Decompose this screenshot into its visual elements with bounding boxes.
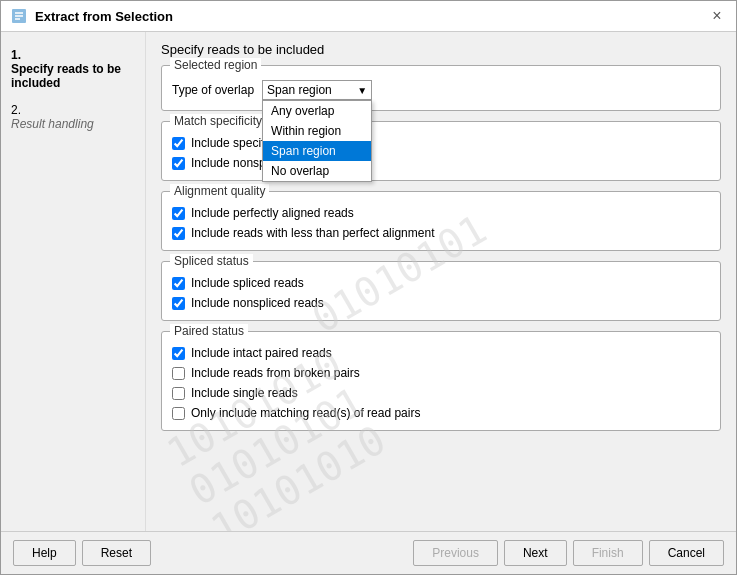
less-perfect-checkbox[interactable] [172,227,185,240]
step1-number: 1. [11,48,21,62]
footer: Help Reset Previous Next Finish Cancel [1,531,736,574]
main-window: Extract from Selection × 1. Specify read… [0,0,737,575]
dropdown-any-overlap[interactable]: Any overlap [263,101,371,121]
cancel-button[interactable]: Cancel [649,540,724,566]
spliced-status-group: Spliced status Include spliced reads Inc… [161,261,721,321]
step2-number: 2. [11,103,21,117]
title-bar: Extract from Selection × [1,1,736,32]
window-title: Extract from Selection [35,9,173,24]
spliced-status-title: Spliced status [170,254,253,268]
spliced-reads-row: Include spliced reads [172,276,710,290]
nonspliced-reads-row: Include nonspliced reads [172,296,710,310]
nonspliced-reads-label: Include nonspliced reads [191,296,324,310]
broken-pairs-row: Include reads from broken pairs [172,366,710,380]
window-icon [11,8,27,24]
include-specific-row: Include specific matches [172,136,710,150]
perfectly-aligned-row: Include perfectly aligned reads [172,206,710,220]
dropdown-span-region[interactable]: Span region [263,141,371,161]
match-specificity-group: Match specificity Include specific match… [161,121,721,181]
matching-read-pairs-row: Only include matching read(s) of read pa… [172,406,710,420]
alignment-quality-group: Alignment quality Include perfectly alig… [161,191,721,251]
step1-title: Specify reads to be included [11,62,135,90]
single-reads-checkbox[interactable] [172,387,185,400]
dropdown-no-overlap[interactable]: No overlap [263,161,371,181]
include-specific-checkbox[interactable] [172,137,185,150]
overlap-select-wrapper: Span region ▼ Any overlap Within region … [262,80,372,100]
step2-title: Result handling [11,117,135,131]
less-perfect-row: Include reads with less than perfect ali… [172,226,710,240]
include-nonspecific-checkbox[interactable] [172,157,185,170]
dropdown-within-region[interactable]: Within region [263,121,371,141]
content-area: Specify reads to be included Selected re… [146,32,736,531]
perfectly-aligned-label: Include perfectly aligned reads [191,206,354,220]
matching-read-pairs-label: Only include matching read(s) of read pa… [191,406,420,420]
intact-paired-row: Include intact paired reads [172,346,710,360]
sidebar: 1. Specify reads to be included 2. Resul… [1,32,146,531]
type-of-overlap-label: Type of overlap [172,83,254,97]
sidebar-step-1: 1. Specify reads to be included [11,47,135,90]
paired-status-title: Paired status [170,324,248,338]
overlap-dropdown-arrow: ▼ [357,85,367,96]
next-button[interactable]: Next [504,540,567,566]
overlap-selected-value: Span region [267,83,353,97]
single-reads-row: Include single reads [172,386,710,400]
selected-region-title: Selected region [170,58,261,72]
sidebar-step-2: 2. Result handling [11,102,135,131]
section-title: Specify reads to be included [161,42,721,57]
broken-pairs-label: Include reads from broken pairs [191,366,360,380]
reset-button[interactable]: Reset [82,540,151,566]
include-nonspecific-row: Include nonspecific matches [172,156,710,170]
footer-left: Help Reset [13,540,151,566]
single-reads-label: Include single reads [191,386,298,400]
perfectly-aligned-checkbox[interactable] [172,207,185,220]
close-button[interactable]: × [708,7,726,25]
overlap-select-display[interactable]: Span region ▼ [262,80,372,100]
less-perfect-label: Include reads with less than perfect ali… [191,226,434,240]
broken-pairs-checkbox[interactable] [172,367,185,380]
footer-right: Previous Next Finish Cancel [413,540,724,566]
match-specificity-title: Match specificity [170,114,266,128]
selected-region-group: Selected region Type of overlap Span reg… [161,65,721,111]
intact-paired-label: Include intact paired reads [191,346,332,360]
type-of-overlap-row: Type of overlap Span region ▼ Any overla… [172,80,710,100]
intact-paired-checkbox[interactable] [172,347,185,360]
spliced-reads-label: Include spliced reads [191,276,304,290]
overlap-dropdown: Any overlap Within region Span region No… [262,100,372,182]
spliced-reads-checkbox[interactable] [172,277,185,290]
title-bar-left: Extract from Selection [11,8,173,24]
matching-read-pairs-checkbox[interactable] [172,407,185,420]
nonspliced-reads-checkbox[interactable] [172,297,185,310]
paired-status-group: Paired status Include intact paired read… [161,331,721,431]
previous-button[interactable]: Previous [413,540,498,566]
help-button[interactable]: Help [13,540,76,566]
finish-button[interactable]: Finish [573,540,643,566]
main-content: 1. Specify reads to be included 2. Resul… [1,32,736,531]
alignment-quality-title: Alignment quality [170,184,269,198]
